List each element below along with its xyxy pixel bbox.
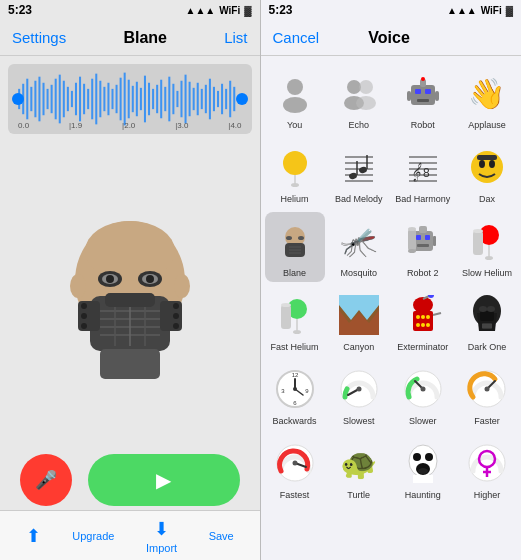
svg-rect-42 bbox=[189, 82, 191, 116]
voice-item-echo[interactable]: Echo bbox=[329, 64, 389, 134]
svg-text:8: 8 bbox=[423, 166, 430, 180]
voice-item-faster[interactable]: Faster bbox=[457, 360, 517, 430]
svg-point-177 bbox=[293, 387, 297, 391]
svg-rect-24 bbox=[116, 85, 118, 113]
voice-item-exterminator[interactable]: Exterminator bbox=[393, 286, 453, 356]
svg-rect-32 bbox=[148, 83, 150, 115]
svg-rect-43 bbox=[193, 88, 195, 110]
svg-rect-2 bbox=[26, 79, 28, 120]
svg-rect-4 bbox=[34, 81, 36, 118]
you-label: You bbox=[287, 120, 302, 130]
robot2-label: Robot 2 bbox=[407, 268, 439, 278]
import-button[interactable]: ⬇ Import bbox=[146, 518, 177, 554]
voice-item-bad-harmony[interactable]: 𝄞 8 Bad Harmony bbox=[393, 138, 453, 208]
voice-item-canyon[interactable]: Canyon bbox=[329, 286, 389, 356]
svg-rect-45 bbox=[201, 89, 203, 109]
left-status-icons: ▲▲▲ WiFi ▓ bbox=[185, 5, 251, 16]
voice-item-dax[interactable]: Dax bbox=[457, 138, 517, 208]
svg-rect-20 bbox=[99, 81, 101, 118]
voice-item-you[interactable]: You bbox=[265, 64, 325, 134]
svg-point-145 bbox=[293, 330, 301, 334]
voice-item-robot2[interactable]: Robot 2 bbox=[393, 212, 453, 282]
dax-icon bbox=[462, 142, 512, 192]
voice-item-bad-melody[interactable]: Bad Melody bbox=[329, 138, 389, 208]
svg-rect-38 bbox=[172, 84, 174, 114]
svg-point-158 bbox=[426, 323, 430, 327]
play-icon: ▶ bbox=[156, 468, 171, 492]
svg-rect-120 bbox=[477, 155, 497, 160]
svg-point-79 bbox=[81, 323, 87, 329]
svg-rect-141 bbox=[473, 231, 483, 255]
voice-item-higher[interactable]: Higher bbox=[457, 434, 517, 504]
haunting-label: Haunting bbox=[405, 490, 441, 500]
haunting-icon bbox=[398, 438, 448, 488]
svg-point-98 bbox=[283, 151, 307, 175]
svg-point-140 bbox=[485, 256, 493, 260]
save-button[interactable]: Save bbox=[209, 530, 234, 542]
svg-rect-18 bbox=[91, 79, 93, 120]
svg-rect-48 bbox=[213, 87, 215, 111]
record-button[interactable]: 🎤 bbox=[20, 454, 72, 506]
voice-item-mosquito[interactable]: 🦟 Mosquito bbox=[329, 212, 389, 282]
bad-harmony-icon: 𝄞 8 bbox=[398, 142, 448, 192]
right-signal-icon: ▲▲▲ bbox=[447, 5, 477, 16]
svg-point-191 bbox=[413, 453, 421, 461]
slow-helium-label: Slow Helium bbox=[462, 268, 512, 278]
mic-icon: 🎤 bbox=[35, 469, 57, 491]
exterminator-icon bbox=[398, 290, 448, 340]
share-button[interactable]: ⬆ bbox=[26, 525, 41, 547]
voice-item-fastest[interactable]: Fastest bbox=[265, 434, 325, 504]
svg-point-100 bbox=[291, 183, 299, 187]
waveform-area[interactable]: 0.0 |1.9 |2.0 |3.0 |4.0 bbox=[8, 64, 252, 134]
turtle-label: Turtle bbox=[347, 490, 370, 500]
svg-rect-12 bbox=[67, 87, 69, 111]
blane-icon bbox=[270, 216, 320, 266]
voice-item-robot[interactable]: Robot bbox=[393, 64, 453, 134]
svg-rect-131 bbox=[417, 244, 429, 247]
voice-item-slower[interactable]: Slower bbox=[393, 360, 453, 430]
voice-item-dark-one[interactable]: Dark One bbox=[457, 286, 517, 356]
signal-icon: ▲▲▲ bbox=[185, 5, 215, 16]
svg-point-136 bbox=[408, 227, 416, 231]
play-button[interactable]: ▶ bbox=[88, 454, 240, 506]
voice-item-haunting[interactable]: Haunting bbox=[393, 434, 453, 504]
voice-title: Voice bbox=[368, 29, 410, 47]
settings-button[interactable]: Settings bbox=[12, 29, 66, 46]
voice-item-slowest[interactable]: Slowest bbox=[329, 360, 389, 430]
svg-rect-165 bbox=[482, 323, 492, 329]
upgrade-button[interactable]: Upgrade bbox=[72, 530, 114, 542]
svg-point-157 bbox=[421, 323, 425, 327]
voice-item-turtle[interactable]: 🐢 Turtle bbox=[329, 434, 389, 504]
svg-point-82 bbox=[173, 323, 179, 329]
right-status-bar: 5:23 ▲▲▲ WiFi ▓ bbox=[261, 0, 522, 20]
svg-point-106 bbox=[348, 172, 357, 180]
svg-point-56 bbox=[70, 274, 86, 298]
list-button[interactable]: List bbox=[224, 29, 247, 46]
svg-rect-46 bbox=[205, 85, 207, 113]
cancel-button[interactable]: Cancel bbox=[273, 29, 320, 46]
svg-rect-21 bbox=[103, 87, 105, 111]
you-icon bbox=[270, 68, 320, 118]
svg-rect-6 bbox=[42, 83, 44, 115]
voice-item-helium[interactable]: Helium bbox=[265, 138, 325, 208]
bad-harmony-label: Bad Harmony bbox=[395, 194, 450, 204]
svg-point-154 bbox=[421, 315, 425, 319]
svg-point-137 bbox=[408, 249, 416, 253]
voice-item-fast-helium[interactable]: Fast Helium bbox=[265, 286, 325, 356]
blane-label: Blane bbox=[283, 268, 306, 278]
right-status-icons: ▲▲▲ WiFi ▓ bbox=[447, 5, 513, 16]
voice-item-blane[interactable]: Blane bbox=[265, 212, 325, 282]
page-title: Blane bbox=[123, 29, 167, 47]
robot2-icon bbox=[398, 216, 448, 266]
svg-point-142 bbox=[473, 229, 483, 233]
voice-item-slow-helium[interactable]: Slow Helium bbox=[457, 212, 517, 282]
robot-icon bbox=[398, 68, 448, 118]
higher-label: Higher bbox=[474, 490, 501, 500]
save-label: Save bbox=[209, 530, 234, 542]
voice-item-applause[interactable]: 👋 Applause bbox=[457, 64, 517, 134]
svg-rect-83 bbox=[100, 349, 160, 379]
waveform-handle-right[interactable] bbox=[236, 93, 248, 105]
waveform-handle-left[interactable] bbox=[12, 93, 24, 105]
voice-item-backwards[interactable]: 12 9 6 3 Backwards bbox=[265, 360, 325, 430]
svg-point-86 bbox=[347, 80, 361, 94]
